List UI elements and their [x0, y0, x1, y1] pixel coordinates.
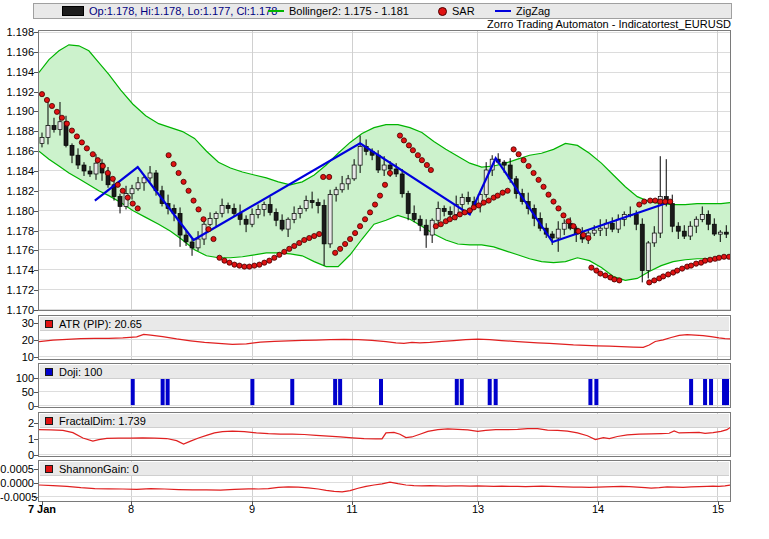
- panel-axis-label: 1: [0, 434, 34, 445]
- price-axis-label: 1.170: [0, 305, 34, 316]
- panel-axis-tick: [34, 483, 38, 484]
- legend-item-sar: SAR: [438, 4, 475, 18]
- panel-axis-label: 20: [0, 335, 34, 346]
- time-axis-tick: [352, 501, 353, 505]
- panel-axis-tick: [34, 406, 38, 407]
- price-axis-tick: [34, 72, 38, 73]
- price-axis-label: 1.190: [0, 106, 34, 117]
- time-axis-tick: [598, 501, 599, 505]
- fractaldim-legend-icon: [45, 417, 53, 425]
- price-axis-tick: [34, 111, 38, 112]
- panel-axis-tick: [34, 497, 38, 498]
- price-axis-label: 1.184: [0, 166, 34, 177]
- legend-strip: Op:1.178, Hi:1.178, Lo:1.177, Cl:1.178 B…: [33, 3, 732, 19]
- price-axis-label: 1.182: [0, 186, 34, 197]
- main-price-chart[interactable]: [38, 30, 731, 311]
- panel-axis-tick: [34, 392, 38, 393]
- price-axis-label: 1.178: [0, 226, 34, 237]
- panel-axis-label: 0.0005: [0, 464, 34, 475]
- panel-doji[interactable]: Doji: 100: [38, 363, 731, 408]
- price-axis-label: 1.176: [0, 245, 34, 256]
- panel-atr-header: ATR (PIP): 20.65: [40, 317, 729, 331]
- legend-item-ohlc: Op:1.178, Hi:1.178, Lo:1.177, Cl:1.178: [62, 4, 277, 18]
- doji-label: Doji: 100: [59, 366, 102, 378]
- shannongain-label: ShannonGain: 0: [59, 463, 139, 475]
- panel-shannongain-header: ShannonGain: 0: [40, 462, 729, 476]
- time-axis-tick: [42, 501, 43, 505]
- price-axis-label: 1.186: [0, 146, 34, 157]
- panel-axis-tick: [34, 469, 38, 470]
- panel-axis-label: 10: [0, 352, 34, 363]
- price-axis-label: 1.180: [0, 206, 34, 217]
- bollinger-label: Bollinger2: 1.175 - 1.181: [289, 5, 409, 17]
- panel-axis-tick: [34, 423, 38, 424]
- price-axis-tick: [34, 131, 38, 132]
- price-axis-tick: [34, 52, 38, 53]
- sar-dot-icon: [438, 7, 447, 16]
- panel-axis-tick: [34, 357, 38, 358]
- panel-axis-tick: [34, 323, 38, 324]
- price-axis-label: 1.188: [0, 126, 34, 137]
- shannongain-legend-icon: [45, 465, 53, 473]
- atr-legend-icon: [45, 320, 53, 328]
- chart-title: Zorro Trading Automaton - Indicatortest_…: [487, 18, 731, 30]
- price-axis-tick: [34, 290, 38, 291]
- panel-shannongain[interactable]: ShannonGain: 0: [38, 460, 731, 502]
- ohlc-values: Op:1.178, Hi:1.178, Lo:1.177, Cl:1.178: [89, 5, 277, 17]
- price-axis-tick: [34, 310, 38, 311]
- price-axis-label: 1.194: [0, 67, 34, 78]
- price-axis-tick: [34, 151, 38, 152]
- sar-label: SAR: [452, 5, 475, 17]
- panel-fractaldim[interactable]: FractalDim: 1.739: [38, 412, 731, 457]
- panel-axis-tick: [34, 340, 38, 341]
- panel-doji-header: Doji: 100: [40, 365, 729, 379]
- doji-legend-icon: [45, 368, 53, 376]
- panel-axis-tick: [34, 439, 38, 440]
- panel-axis-label: 0.0000: [0, 478, 34, 489]
- price-axis-label: 1.172: [0, 285, 34, 296]
- price-axis-label: 1.174: [0, 265, 34, 276]
- price-axis-tick: [34, 171, 38, 172]
- candle-icon: [62, 6, 84, 16]
- zigzag-line-icon: [495, 10, 511, 12]
- legend-item-bollinger: Bollinger2: 1.175 - 1.181: [268, 4, 409, 18]
- panel-axis-label: -0.0005: [0, 492, 34, 503]
- price-axis-tick: [34, 92, 38, 93]
- panel-atr[interactable]: ATR (PIP): 20.65: [38, 315, 731, 360]
- atr-label: ATR (PIP): 20.65: [59, 318, 142, 330]
- panel-axis-tick: [34, 455, 38, 456]
- price-axis-label: 1.196: [0, 47, 34, 58]
- panel-axis-label: 50: [0, 387, 34, 398]
- time-axis-tick: [131, 501, 132, 505]
- panel-axis-label: 30: [0, 318, 34, 329]
- price-axis-tick: [34, 250, 38, 251]
- price-axis-tick: [34, 211, 38, 212]
- legend-item-zigzag: ZigZag: [495, 4, 550, 18]
- price-axis-tick: [34, 231, 38, 232]
- panel-axis-label: 0: [0, 401, 34, 412]
- time-axis-tick: [718, 501, 719, 505]
- panel-axis-label: 2: [0, 418, 34, 429]
- price-axis-tick: [34, 191, 38, 192]
- fractaldim-label: FractalDim: 1.739: [59, 415, 146, 427]
- price-axis-label: 1.192: [0, 87, 34, 98]
- panel-axis-tick: [34, 378, 38, 379]
- price-axis-tick: [34, 270, 38, 271]
- panel-fractaldim-header: FractalDim: 1.739: [40, 414, 729, 428]
- panel-axis-label: 100: [0, 373, 34, 384]
- bollinger-line-icon: [268, 10, 284, 12]
- price-axis-tick: [34, 32, 38, 33]
- time-axis-tick: [252, 501, 253, 505]
- zigzag-label: ZigZag: [516, 5, 550, 17]
- panel-axis-label: 0: [0, 450, 34, 461]
- time-axis-tick: [478, 501, 479, 505]
- price-axis-label: 1.198: [0, 27, 34, 38]
